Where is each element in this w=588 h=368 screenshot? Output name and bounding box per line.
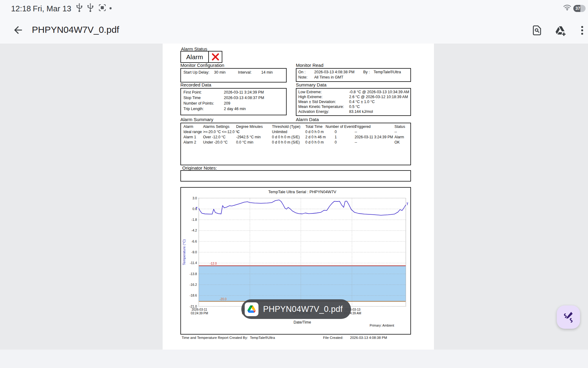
field-value: TempTale®Ultra: [374, 70, 401, 74]
alarm-data-heading: Alarm Data: [296, 117, 409, 123]
field-value: 2026-03-11 3:24:39 PM: [224, 90, 264, 94]
table-cell: Unlimited: [272, 130, 287, 134]
stylus-note-icon: [562, 311, 575, 323]
app-bar: PHPYN04W7V_0.pdf: [0, 17, 588, 44]
table-cell: --: [355, 130, 357, 134]
field-value: 0.5 °C: [349, 105, 360, 109]
x-tick-label: 03:24:39 PM: [191, 312, 208, 315]
red-x-icon: [208, 52, 222, 62]
table-header-cell: Total Time: [305, 125, 322, 129]
table-cell: 1: [330, 135, 342, 139]
temperature-line: [199, 200, 406, 215]
serial-header: Serial #: PHPYN04W7V: [315, 44, 384, 45]
find-in-document-icon[interactable]: [531, 25, 544, 37]
screen: 12:18 Fri, Mar 13 37 PHPYN04W7V_0.pdf: [0, 0, 588, 368]
chart-title: TempTale Ultra Serial : PHPYN04W7V: [268, 190, 336, 194]
table-header-cell: Number of Events: [326, 125, 356, 129]
y-axis-label: Temperature (°C): [182, 239, 186, 265]
taskbar: [0, 350, 588, 368]
table-cell: 0 d 0 h 0 m (S/E): [272, 135, 300, 139]
y-tick-label: -4.2: [191, 228, 197, 232]
table-header-cell: Alarm: [183, 125, 193, 129]
table-cell: 2 d 0 h 46 m: [305, 135, 326, 139]
field-label: High Extreme:: [298, 95, 322, 99]
field-label: First Point:: [183, 90, 202, 94]
table-cell: >=-20.0 °C <=-12.0 °C: [203, 130, 240, 134]
table-cell: --: [355, 140, 357, 144]
table-cell: 0: [330, 130, 342, 134]
y-tick-label: -9.0: [191, 250, 197, 254]
x-axis-label: Date/Time: [293, 320, 311, 324]
table-cell: Ideal range: [183, 130, 202, 134]
y-tick-label: 3.0: [192, 196, 197, 200]
recorded-data-heading: Recorded Data: [180, 82, 285, 89]
toast-filename: PHPYN04W7V_0.pdf: [263, 305, 343, 314]
alarm-status-box: Alarm: [180, 51, 222, 63]
annotate-fab[interactable]: [557, 305, 580, 329]
footer-created-by: Time and Temperature Report Created By: …: [182, 336, 275, 339]
table-cell: Over -12.0 °C: [203, 135, 226, 139]
y-tick-label: -11.4: [190, 261, 197, 265]
alarm-status-value: Alarm: [181, 52, 208, 62]
table-cell: Alarm 1: [183, 135, 196, 139]
back-arrow-icon[interactable]: [12, 24, 24, 36]
table-cell: 0.0 °C min: [236, 140, 253, 144]
field-label: Number of Points:: [183, 101, 214, 105]
usb-icon: [75, 3, 83, 12]
field-label: Activation Energy:: [298, 109, 329, 114]
clock: 12:18: [11, 4, 31, 13]
field-label: Note:: [298, 75, 307, 79]
battery-percent: 37: [575, 6, 580, 11]
table-cell: OK: [394, 140, 400, 144]
y-tick-label: -13.8: [190, 272, 197, 276]
field-label: On :: [298, 70, 306, 74]
start-marker: T: [196, 207, 198, 210]
x-tick-label: 2026-03-11: [192, 308, 207, 311]
y-tick-label: -6.6: [191, 240, 197, 243]
field-value: 2 day 46 min: [224, 107, 246, 111]
drive-add-icon[interactable]: [554, 25, 567, 37]
footer-value: TempTale®Ultra: [250, 336, 275, 339]
summary-data-box: Low Extreme:-0.8 °C @ 2026-03-13 10:34:3…: [296, 88, 411, 116]
dot-icon: [109, 7, 112, 10]
table-header-cell: Alarms Settings: [203, 125, 229, 129]
date: Fri, Mar 13: [33, 4, 71, 13]
field-label: Trip Length:: [183, 107, 204, 111]
y-tick-label: -16.2: [190, 283, 197, 286]
table-header-cell: Degree Minutes: [236, 125, 263, 129]
footer-label: Time and Temperature Report Created By:: [182, 336, 248, 339]
originator-notes-box: [180, 170, 411, 182]
y-tick-label: -18.6: [190, 293, 197, 297]
field-value: 2.6 °C @ 2026-03-12 10:18:39 AM: [349, 95, 408, 99]
table-cell: 0 d 0 h 0 m: [305, 130, 324, 134]
y-tick-label: -21.0: [190, 305, 197, 308]
table-cell: 0 d 0 h 0 m (S/E): [272, 140, 300, 144]
monitor-configuration-box: Start Up Delay: 30 min Interval: 14 min: [180, 68, 287, 82]
table-header-cell: Threshold (Type): [272, 125, 300, 129]
alarm-summary-heading: Alarm Summary: [180, 117, 285, 123]
download-toast: PHPYN04W7V_0.pdf: [241, 299, 351, 319]
table-cell: -2942.5 °C min: [236, 135, 261, 139]
summary-data-heading: Summary Data: [296, 82, 409, 89]
usb-icon: [86, 3, 94, 12]
legend-primary: Primary: Ambient: [370, 324, 394, 327]
y-tick-label: -1.8: [191, 218, 197, 221]
battery-icon: 37: [573, 5, 586, 12]
field-label: Mean ± Std Deviation:: [298, 100, 336, 104]
table-cell: Under -20.0 °C: [203, 140, 228, 144]
table-cell: Alarm: [394, 135, 404, 139]
recorded-data-box: First Point:2026-03-11 3:24:39 PMStop Ti…: [180, 88, 287, 115]
status-bar: 12:18 Fri, Mar 13 37: [0, 0, 588, 17]
field-label: Stop Time: [183, 96, 201, 100]
threshold-label: -12.0: [210, 262, 217, 265]
field-label: Start Up Delay:: [183, 70, 209, 75]
field-value: -0.8 °C @ 2026-03-13 10:34:39 AM: [349, 90, 409, 94]
monitor-read-box: On : 2026-03-13 4:08:38 PM By : TempTale…: [296, 68, 411, 82]
table-header-cell: Triggered: [355, 125, 371, 129]
table-cell: 0: [330, 140, 342, 144]
overflow-menu-icon[interactable]: [576, 25, 588, 37]
end-marker: T: [406, 202, 408, 206]
field-value: 83.144 kJ/mol: [349, 109, 373, 114]
field-label: By :: [363, 70, 370, 74]
screen-capture-icon: [99, 4, 106, 11]
